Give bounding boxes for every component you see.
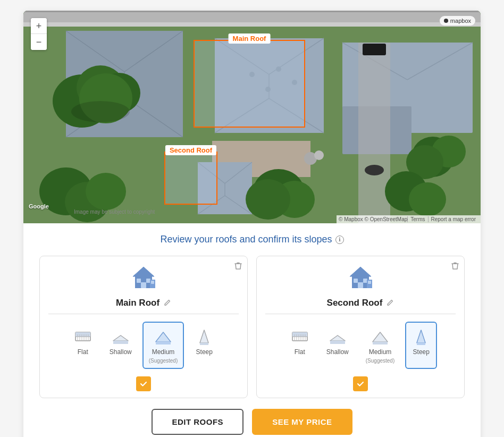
svg-rect-1 [23,11,481,22]
main-roof-slope-options: Flat Shallow [48,322,239,369]
map-copyright: © Mapbox © OpenStreetMap [339,216,407,222]
second-shallow-slope-icon [328,327,347,346]
section-title-text: Review your roofs and confirm its slopes [160,234,332,245]
svg-point-51 [314,150,324,160]
second-steep-slope-label: Steep [413,348,430,356]
image-copyright-note: Image may be subject to copyright [74,209,155,215]
svg-marker-52 [133,267,154,276]
svg-rect-54 [137,279,141,283]
second-roof-slope-medium[interactable]: Medium (Suggested) [359,322,401,369]
svg-rect-58 [151,281,154,284]
svg-rect-80 [363,279,367,283]
svg-marker-72 [156,332,171,342]
second-roof-confirm-checkbox[interactable] [353,376,368,391]
svg-marker-69 [113,335,128,341]
second-roof-map-overlay: Second Roof [164,152,217,205]
svg-point-49 [409,182,446,216]
svg-rect-29 [358,43,390,223]
mapbox-label: mapbox [450,18,471,24]
svg-rect-76 [200,343,208,345]
second-roof-house-icon [265,265,456,292]
second-roof-title-row: Second Roof [265,298,456,314]
main-roof-slope-medium[interactable]: Medium (Suggested) [142,322,184,369]
page-container: Main Roof Second Roof + − Google mapbox … [23,11,481,437]
svg-marker-100 [417,330,425,343]
svg-marker-94 [330,335,345,341]
main-roof-house-icon [48,265,239,292]
second-roof-map-label: Second Roof [165,145,216,155]
second-roof-title: Second Roof [327,298,383,308]
zoom-controls: + − [31,18,47,50]
shallow-slope-icon [111,327,130,346]
main-roof-map-overlay: Main Roof [194,40,305,128]
main-roof-slope-flat[interactable]: Flat [67,322,99,369]
main-roof-title: Main Roof [116,298,159,308]
svg-marker-77 [350,267,371,276]
second-roof-slope-steep[interactable]: Steep [405,322,437,369]
main-roof-map-label: Main Roof [229,33,271,44]
main-roof-delete-button[interactable] [234,262,242,272]
flat-slope-label: Flat [78,348,88,356]
main-roof-edit-button[interactable] [164,299,171,308]
second-flat-slope-label: Flat [295,348,305,356]
flat-slope-icon [73,327,93,346]
svg-rect-55 [146,279,150,283]
svg-rect-70 [113,341,128,344]
second-roof-delete-button[interactable] [451,262,459,272]
svg-rect-101 [417,343,425,345]
info-icon[interactable]: ℹ [335,236,344,244]
svg-rect-30 [363,44,386,55]
svg-rect-56 [141,282,146,288]
main-roof-title-row: Main Roof [48,298,239,314]
mapbox-dot [444,19,448,23]
second-roof-checkbox-row [265,376,456,391]
svg-rect-79 [354,279,358,283]
zoom-out-button[interactable]: − [31,34,47,50]
map-container: Main Roof Second Roof + − Google mapbox … [23,11,481,223]
roof-cards-row: Main Roof [39,256,465,398]
mapbox-logo: mapbox [440,16,475,26]
svg-point-31 [365,165,384,175]
second-roof-slope-flat[interactable]: Flat [284,322,316,369]
main-roof-slope-shallow[interactable]: Shallow [103,322,138,369]
map-terms-link[interactable]: Terms [407,216,427,222]
second-roof-slope-options: Flat Shallow [265,322,456,369]
content-section: Review your roofs and confirm its slopes… [23,223,481,437]
section-title-row: Review your roofs and confirm its slopes… [39,234,465,245]
second-medium-slope-label: Medium [369,348,392,356]
map-attribution-bar: © Mapbox © OpenStreetMap Terms Report a … [337,215,481,223]
edit-roofs-button[interactable]: EDIT ROOFS [152,409,243,435]
map-report-link[interactable]: Report a map error [428,216,478,222]
main-roof-slope-steep[interactable]: Steep [188,322,220,369]
see-price-button[interactable]: SEE MY PRICE [252,409,352,435]
medium-slope-label-text: Medium [152,348,175,356]
steep-slope-label: Steep [196,348,213,356]
shallow-slope-label: Shallow [110,348,132,356]
zoom-in-button[interactable]: + [31,18,47,34]
steep-slope-icon [195,327,214,346]
svg-rect-73 [156,342,171,344]
svg-rect-81 [358,282,363,288]
action-buttons-row: EDIT ROOFS SEE MY PRICE [39,409,465,435]
svg-rect-98 [373,342,388,344]
svg-rect-83 [368,281,371,284]
svg-rect-2 [23,11,481,12]
svg-rect-3 [23,22,481,27]
second-roof-card: Second Roof [256,256,465,398]
svg-point-44 [246,179,290,220]
main-roof-confirm-checkbox[interactable] [136,376,151,391]
medium-slope-icon [154,327,173,346]
main-roof-checkbox-row [48,376,239,391]
svg-rect-95 [330,341,345,344]
medium-slope-suggested: (Suggested) [149,358,178,364]
second-flat-slope-icon [290,327,309,346]
second-roof-edit-button[interactable] [387,299,394,308]
second-shallow-slope-label: Shallow [326,348,349,356]
svg-marker-97 [373,332,388,342]
svg-marker-75 [200,330,208,343]
second-steep-slope-icon [411,327,431,346]
svg-point-47 [86,173,126,210]
second-roof-slope-shallow[interactable]: Shallow [320,322,355,369]
svg-point-14 [71,101,130,122]
second-medium-slope-suggested: (Suggested) [366,358,394,364]
